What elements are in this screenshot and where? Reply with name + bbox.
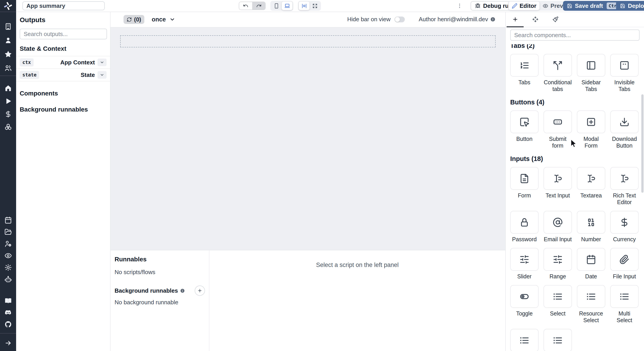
- rail-eye-button[interactable]: [4, 251, 12, 260]
- search-outputs-input[interactable]: [20, 29, 107, 39]
- state-key-badge: state: [20, 71, 39, 79]
- undo-button[interactable]: [239, 2, 252, 9]
- search-components-input[interactable]: [510, 29, 640, 41]
- refresh-icon: [127, 17, 132, 22]
- editor-label: Editor: [520, 2, 536, 9]
- laptop-icon: [284, 3, 290, 9]
- component-card-modal-form[interactable]: [577, 110, 605, 133]
- rail-bot-button[interactable]: [4, 275, 12, 284]
- component-card-rich-text-editor[interactable]: [610, 167, 639, 190]
- component-card-invisible-tabs[interactable]: [610, 54, 639, 77]
- info-icon[interactable]: [490, 17, 496, 22]
- list-icon: [553, 335, 563, 346]
- info-icon[interactable]: [180, 288, 185, 293]
- toggle-left-icon: [519, 292, 530, 302]
- components-section-title: Components: [20, 90, 106, 97]
- component-card-select[interactable]: [544, 285, 572, 308]
- rail-users-cog-button[interactable]: [4, 239, 12, 248]
- component-card-text-input[interactable]: [544, 167, 572, 190]
- output-row-ctx[interactable]: ctx App Context: [16, 56, 110, 68]
- component-library-panel: Tabs (2)TabsConditional tabsSidebar Tabs…: [505, 12, 644, 351]
- component-card-range[interactable]: [544, 248, 572, 271]
- library-scrollbar[interactable]: [641, 94, 644, 193]
- users-cog-icon: [4, 240, 12, 248]
- component-card-multi-select[interactable]: [610, 285, 639, 308]
- rail-play-button[interactable]: [4, 97, 12, 105]
- rail-discord-button[interactable]: [4, 308, 12, 317]
- component-card-submit-form[interactable]: [544, 110, 572, 133]
- users-icon: [4, 64, 12, 72]
- component-card-file-input[interactable]: [610, 248, 639, 271]
- redo-button[interactable]: [252, 2, 265, 9]
- desktop-view-button[interactable]: [282, 1, 292, 10]
- rail-building-button[interactable]: [4, 22, 12, 31]
- add-background-runnable-button[interactable]: [195, 286, 205, 296]
- rail-settings-button[interactable]: [4, 263, 12, 272]
- rail-book-open-button[interactable]: [4, 297, 12, 305]
- home-icon: [4, 84, 12, 92]
- app-canvas[interactable]: [110, 27, 505, 250]
- output-row-state[interactable]: state State: [16, 68, 110, 81]
- component-label: Resource Select: [577, 310, 605, 324]
- tab-components-settings[interactable]: [532, 15, 539, 24]
- component-card-form[interactable]: [510, 167, 538, 190]
- tab-editor[interactable]: Editor: [508, 1, 540, 10]
- component-label: Multi Select: [610, 310, 639, 324]
- component-card-select-step[interactable]: [544, 329, 572, 351]
- component-card-tabs[interactable]: [510, 54, 538, 77]
- component-card-password[interactable]: [510, 211, 538, 234]
- component-card-button[interactable]: [510, 110, 538, 133]
- state-expand-button[interactable]: [98, 71, 106, 79]
- app-summary-input[interactable]: [22, 1, 105, 10]
- component-label: Textarea: [580, 192, 602, 199]
- component-card-textarea[interactable]: [577, 167, 605, 190]
- tab-insert-component[interactable]: [512, 15, 519, 24]
- component-card-select-tab[interactable]: [510, 329, 538, 351]
- hide-bar-toggle[interactable]: [394, 16, 405, 22]
- component-card-email-input[interactable]: [544, 211, 572, 234]
- library-section: Tabs (2)TabsConditional tabsSidebar Tabs…: [510, 44, 639, 92]
- component-card-currency[interactable]: [610, 211, 639, 234]
- center-layout-button[interactable]: [299, 1, 310, 10]
- component-card-sidebar-tabs[interactable]: [577, 54, 605, 77]
- canvas-dropzone[interactable]: [120, 35, 496, 47]
- undo-redo-group: [239, 1, 266, 10]
- library-section: Buttons (4)ButtonSubmit formModal FormDo…: [510, 99, 639, 149]
- deploy-button[interactable]: Deploy: [616, 1, 644, 11]
- top-bar: Debug runs Editor Preview Save draft Ctr…: [16, 0, 644, 12]
- fullscreen-button[interactable]: [310, 1, 320, 10]
- text-cursor-input-icon: [620, 173, 630, 184]
- rail-collapse-button[interactable]: [4, 339, 12, 348]
- rail-star-button[interactable]: [4, 50, 12, 58]
- component-label: Range: [550, 273, 566, 280]
- component-card-download-button[interactable]: [610, 110, 639, 133]
- rail-dollar-sign-button[interactable]: [4, 110, 12, 118]
- component-label: File Input: [613, 273, 636, 280]
- component-card-slider[interactable]: [510, 248, 538, 271]
- tab-styling[interactable]: [552, 15, 559, 24]
- rail-home-button[interactable]: [4, 84, 12, 92]
- library-section: Inputs (18)FormText InputTextareaRich Te…: [510, 155, 639, 351]
- rail-calendar-button[interactable]: [4, 216, 12, 224]
- rail-folder-open-button[interactable]: [4, 227, 12, 236]
- component-card-toggle[interactable]: [510, 285, 538, 308]
- component-card-number[interactable]: [577, 211, 605, 234]
- rail-users-button[interactable]: [4, 63, 12, 72]
- layout-toggle-group: [298, 1, 321, 11]
- windmill-logo[interactable]: [0, 0, 16, 12]
- rail-boxes-button[interactable]: [4, 122, 12, 131]
- mobile-view-button[interactable]: [271, 1, 282, 10]
- refresh-schedule-select[interactable]: once: [150, 15, 176, 24]
- component-icon: [532, 16, 538, 22]
- library-tabs: [506, 12, 644, 27]
- component-label: Slider: [517, 273, 532, 280]
- ctx-expand-button[interactable]: [98, 58, 106, 66]
- component-card-resource-select[interactable]: [577, 285, 605, 308]
- refresh-components-button[interactable]: (0): [124, 15, 144, 24]
- more-options-button[interactable]: [455, 1, 464, 11]
- component-card-conditional-tabs[interactable]: [544, 54, 572, 77]
- undo-icon: [243, 3, 248, 8]
- rail-github-button[interactable]: [4, 320, 12, 329]
- rail-user-button[interactable]: [4, 36, 12, 45]
- component-card-date[interactable]: [577, 248, 605, 271]
